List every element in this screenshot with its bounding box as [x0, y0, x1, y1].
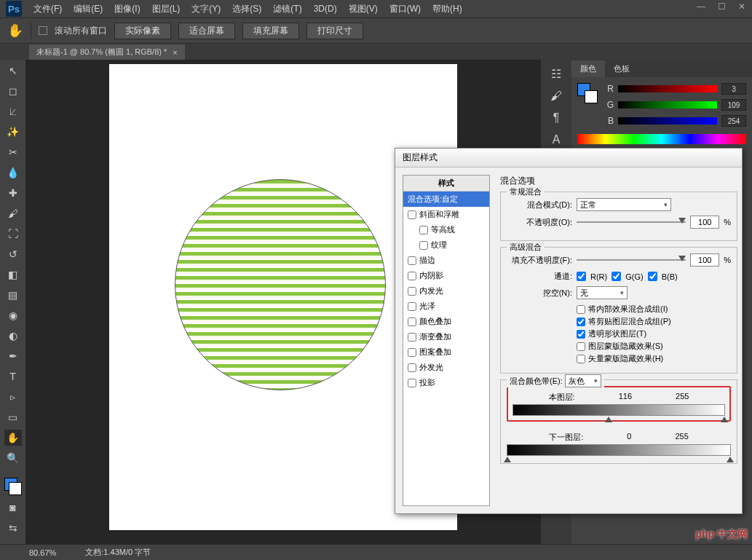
tab-color[interactable]: 颜色: [571, 60, 605, 77]
style-inner-shadow[interactable]: 内阴影: [403, 268, 489, 283]
menu-type[interactable]: 文字(Y): [186, 3, 226, 15]
menu-3d[interactable]: 3D(D): [308, 4, 343, 14]
quickmask-icon[interactable]: ◙: [4, 500, 22, 516]
this-layer-black-stop[interactable]: [605, 417, 612, 422]
crop-tool-icon[interactable]: ✂: [4, 144, 22, 160]
vector-mask-hides-checkbox[interactable]: [577, 355, 585, 363]
style-satin[interactable]: 光泽: [403, 299, 489, 314]
under-layer-white-stop[interactable]: [727, 457, 734, 462]
path-tool-icon[interactable]: ▹: [4, 389, 22, 405]
this-layer-white-stop[interactable]: [721, 417, 728, 422]
style-pattern-overlay[interactable]: 图案叠加: [403, 344, 489, 360]
b-value[interactable]: 254: [721, 115, 746, 127]
style-texture[interactable]: 纹理: [403, 237, 489, 253]
dodge-tool-icon[interactable]: ◐: [4, 328, 22, 344]
this-layer-gradient[interactable]: [512, 404, 725, 416]
menu-edit[interactable]: 编辑(E): [68, 3, 108, 15]
style-inner-glow[interactable]: 内发光: [403, 283, 489, 299]
hand-tool-icon[interactable]: ✋: [4, 430, 22, 446]
document-info[interactable]: 文档:1.43M/0 字节: [85, 547, 151, 558]
general-blending-group: 常规混合 混合模式(D): 正常 不透明度(O): %: [500, 192, 737, 241]
shape-tool-icon[interactable]: ▭: [4, 409, 22, 425]
wand-tool-icon[interactable]: ✨: [4, 124, 22, 140]
fill-opacity-slider[interactable]: [577, 259, 686, 261]
hand-tool-icon[interactable]: ✋: [7, 23, 23, 39]
blend-mode-label: 混合模式(D):: [507, 200, 572, 210]
scroll-all-checkbox[interactable]: [39, 26, 47, 35]
background-swatch[interactable]: [9, 482, 22, 495]
mini-swatches[interactable]: [577, 83, 598, 103]
move-tool-icon[interactable]: ↖: [4, 63, 22, 79]
g-value[interactable]: 109: [721, 99, 746, 111]
character-icon[interactable]: A: [553, 133, 561, 146]
lasso-tool-icon[interactable]: ⟀: [4, 103, 22, 119]
style-stroke[interactable]: 描边: [403, 253, 489, 268]
heal-tool-icon[interactable]: ✚: [4, 185, 22, 201]
fill-opacity-input[interactable]: [690, 253, 719, 267]
channel-b-checkbox[interactable]: [648, 272, 657, 281]
blend-mode-select[interactable]: 正常: [577, 198, 671, 211]
history-brush-icon[interactable]: ↺: [4, 246, 22, 262]
color-swatches[interactable]: [4, 478, 22, 495]
style-blending-options[interactable]: 混合选项:自定: [403, 192, 489, 207]
menu-file[interactable]: 文件(F): [28, 3, 68, 15]
actual-pixels-button[interactable]: 实际像素: [114, 23, 171, 39]
knockout-select[interactable]: 无: [577, 286, 628, 299]
menu-image[interactable]: 图像(I): [108, 3, 146, 15]
style-contour[interactable]: 等高线: [403, 222, 489, 237]
document-tab[interactable]: 未标题-1 @ 80.7% (椭圆 1, RGB/8) * ×: [29, 44, 185, 60]
blend-clipped-checkbox[interactable]: [577, 318, 585, 326]
color-ramp[interactable]: [577, 134, 746, 144]
blend-if-select[interactable]: 灰色: [565, 374, 601, 387]
fit-screen-button[interactable]: 适合屏幕: [178, 23, 235, 39]
zoom-tool-icon[interactable]: 🔍: [4, 450, 22, 466]
under-layer-black-stop[interactable]: [504, 457, 511, 462]
g-slider[interactable]: [618, 101, 717, 109]
menu-view[interactable]: 视图(V): [343, 3, 384, 15]
print-size-button[interactable]: 打印尺寸: [306, 23, 363, 39]
menu-select[interactable]: 选择(S): [226, 3, 267, 15]
r-value[interactable]: 3: [721, 83, 746, 95]
marquee-tool-icon[interactable]: ◻: [4, 83, 22, 99]
blend-interior-checkbox[interactable]: [577, 305, 585, 314]
opacity-input[interactable]: [690, 216, 719, 229]
blur-tool-icon[interactable]: ◉: [4, 307, 22, 323]
opacity-slider[interactable]: [577, 221, 686, 223]
gradient-tool-icon[interactable]: ▤: [4, 287, 22, 303]
menu-filter[interactable]: 滤镜(T): [267, 3, 307, 15]
eraser-tool-icon[interactable]: ◧: [4, 267, 22, 283]
eyedropper-tool-icon[interactable]: 💧: [4, 165, 22, 181]
menu-layer[interactable]: 图层(L): [146, 3, 186, 15]
channel-g-checkbox[interactable]: [612, 272, 621, 281]
dialog-title[interactable]: 图层样式: [395, 149, 742, 167]
pen-tool-icon[interactable]: ✒: [4, 348, 22, 364]
type-tool-icon[interactable]: T: [4, 368, 22, 384]
tab-swatches[interactable]: 色板: [605, 60, 638, 77]
under-layer-gradient[interactable]: [507, 444, 731, 456]
knockout-label: 挖空(N):: [507, 288, 572, 299]
screenmode-icon[interactable]: ⇆: [4, 520, 22, 536]
style-bevel[interactable]: 斜面和浮雕: [403, 207, 489, 222]
style-drop-shadow[interactable]: 投影: [403, 375, 489, 390]
maximize-icon[interactable]: ☐: [716, 1, 727, 12]
style-outer-glow[interactable]: 外发光: [403, 360, 489, 375]
layer-mask-hides-checkbox[interactable]: [577, 342, 585, 351]
style-color-overlay[interactable]: 颜色叠加: [403, 314, 489, 329]
tab-close-icon[interactable]: ×: [173, 48, 177, 57]
r-slider[interactable]: [618, 85, 717, 92]
brush-panel-icon[interactable]: 🖌: [550, 90, 562, 103]
style-gradient-overlay[interactable]: 渐变叠加: [403, 329, 489, 344]
zoom-level[interactable]: 80.67%: [29, 548, 56, 557]
menu-help[interactable]: 帮助(H): [427, 3, 468, 15]
brush-tool-icon[interactable]: 🖌: [4, 205, 22, 221]
menu-window[interactable]: 窗口(W): [384, 3, 427, 15]
fill-screen-button[interactable]: 填充屏幕: [242, 23, 299, 39]
b-slider[interactable]: [618, 117, 717, 125]
paragraph-icon[interactable]: ¶: [553, 111, 560, 125]
channel-r-checkbox[interactable]: [577, 272, 586, 281]
minimize-icon[interactable]: —: [695, 1, 707, 12]
stamp-tool-icon[interactable]: ⛶: [4, 226, 22, 242]
close-icon[interactable]: ✕: [736, 1, 748, 12]
transparency-shapes-checkbox[interactable]: [577, 330, 585, 339]
adjustments-icon[interactable]: ☷: [551, 67, 561, 81]
